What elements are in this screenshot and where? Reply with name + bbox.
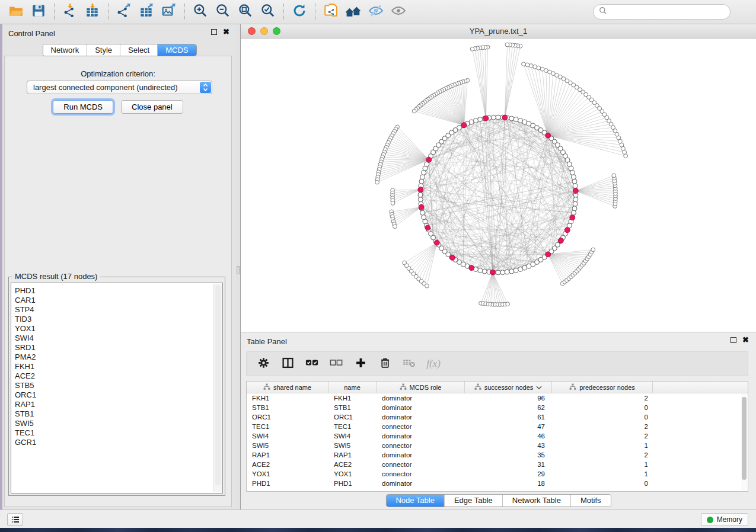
table-delete-row-button[interactable] (378, 357, 392, 371)
tab-network-table[interactable]: Network Table (503, 495, 571, 507)
tab-edge-table[interactable]: Edge Table (445, 495, 503, 507)
mcds-result-item[interactable]: PHD1 (11, 286, 222, 296)
toolbar-show-all-button[interactable] (387, 2, 410, 21)
table-settings-button[interactable] (256, 357, 270, 371)
tab-select[interactable]: Select (120, 44, 158, 56)
table-row[interactable]: YOX1YOX1connector291 (247, 469, 748, 479)
mcds-result-item[interactable]: YOX1 (11, 324, 222, 334)
mcds-result-item[interactable]: GCR1 (11, 438, 222, 447)
table-columns-button[interactable] (280, 357, 295, 371)
mcds-result-item[interactable]: SWI4 (11, 334, 222, 343)
toolbar-first-neighbors-button[interactable] (342, 2, 365, 21)
mcds-result-list: PHD1CAR1STP4TID3YOX1SWI4SRD1PMA2FKH1ACE2… (11, 283, 223, 493)
criterion-dropdown[interactable]: largest connected component (undirected) (27, 81, 212, 94)
close-table-panel-icon[interactable]: ✖ (742, 337, 749, 343)
network-window-titlebar[interactable]: YPA_prune.txt_1 (241, 24, 756, 39)
close-panel-icon[interactable]: ✖ (223, 29, 229, 35)
mcds-result-item[interactable]: TEC1 (11, 428, 222, 438)
column-header-shared-name[interactable]: shared name (247, 382, 328, 393)
splitter-handle-icon[interactable] (237, 266, 240, 274)
mcds-result-item[interactable]: STB1 (11, 409, 222, 419)
table-row[interactable]: PHD1PHD1dominator180 (247, 479, 748, 488)
cell-successor-nodes: 46 (465, 432, 552, 440)
mcds-result-item[interactable]: SWI5 (11, 419, 222, 428)
tab-network[interactable]: Network (43, 44, 87, 56)
cell-MCDS-role: dominator (377, 395, 465, 402)
toolbar-export-image-button[interactable] (158, 2, 180, 21)
table-row[interactable]: ACE2ACE2connector311 (247, 460, 748, 469)
refresh-icon (292, 3, 307, 21)
toolbar-import-table-button[interactable] (81, 2, 104, 21)
mcds-result-item[interactable]: ORC1 (11, 390, 222, 400)
toolbar-export-table-button[interactable] (135, 2, 158, 21)
toolbar-import-network-button[interactable] (59, 2, 81, 21)
toolbar-open-file-button[interactable] (5, 2, 27, 21)
cell-MCDS-role: connector (377, 470, 465, 477)
tab-mcds[interactable]: MCDS (158, 44, 196, 56)
close-panel-button[interactable]: Close panel (121, 100, 183, 114)
tab-motifs[interactable]: Motifs (571, 495, 611, 507)
table-scrollbar[interactable] (741, 394, 747, 491)
run-mcds-button[interactable]: Run MCDS (53, 100, 113, 114)
table-row[interactable]: TEC1TEC1connector472 (247, 422, 748, 431)
table-row[interactable]: SWI4SWI4dominator462 (247, 431, 748, 441)
table-scrollbar-thumb[interactable] (742, 397, 747, 480)
toolbar-clone-network-button[interactable] (320, 2, 342, 21)
mcds-result-item[interactable]: STP4 (11, 305, 222, 315)
mcds-result-group: MCDS result (17 nodes) PHD1CAR1STP4TID3Y… (8, 277, 225, 496)
toolbar-export-network-button[interactable] (113, 2, 135, 21)
task-history-button[interactable] (7, 513, 23, 526)
cell-predecessor-nodes: 0 (552, 404, 653, 411)
mcds-result-item[interactable]: TID3 (11, 315, 222, 324)
network-view-canvas[interactable] (241, 39, 756, 332)
mcds-result-item[interactable]: STB5 (11, 381, 222, 390)
tab-style[interactable]: Style (87, 44, 120, 56)
mcds-result-item[interactable]: CAR1 (11, 296, 222, 305)
panel-splitter[interactable] (237, 24, 241, 509)
network-graph[interactable] (241, 39, 756, 332)
table-row[interactable]: SWI5SWI5connector431 (247, 441, 748, 450)
tab-node-table[interactable]: Node Table (386, 495, 445, 507)
mcds-result-item[interactable]: PMA2 (11, 352, 222, 362)
toolbar-zoom-fit-button[interactable] (234, 2, 257, 21)
mcds-result-item[interactable]: ACE2 (11, 371, 222, 381)
window-minimize-button[interactable] (260, 27, 268, 35)
toolbar-zoom-in-button[interactable] (189, 2, 212, 21)
table-deselect-all-button[interactable] (329, 357, 343, 371)
column-header-predecessor-nodes[interactable]: predecessor nodes (552, 382, 653, 393)
toolbar-zoom-out-button[interactable] (212, 2, 234, 21)
float-panel-icon[interactable] (211, 29, 217, 35)
float-table-panel-icon[interactable] (731, 337, 736, 343)
table-row[interactable]: ORC1ORC1dominator610 (247, 412, 748, 422)
cell-shared-name: SWI5 (247, 442, 328, 449)
table-add-row-button[interactable] (353, 357, 368, 371)
table-row[interactable]: RAP1RAP1dominator352 (247, 450, 748, 460)
cell-successor-nodes: 35 (465, 451, 552, 459)
result-list-scrollbar[interactable] (213, 284, 222, 492)
window-close-button[interactable] (248, 27, 256, 35)
memory-status-icon (707, 517, 713, 523)
control-panel-title: Control Panel (8, 29, 55, 38)
window-zoom-button[interactable] (273, 27, 280, 35)
memory-button[interactable]: Memory (701, 513, 748, 526)
mcds-result-item[interactable]: RAP1 (11, 400, 222, 409)
column-header-name[interactable]: name (328, 382, 377, 393)
table-row[interactable]: FKH1FKH1dominator962 (247, 393, 748, 403)
toolbar-hide-selected-button[interactable] (365, 2, 387, 21)
cell-name: YOX1 (328, 470, 377, 477)
search-input[interactable] (611, 8, 720, 17)
cell-predecessor-nodes: 1 (552, 470, 653, 477)
cell-MCDS-role: dominator (377, 451, 465, 459)
mcds-result-item[interactable]: FKH1 (11, 362, 222, 371)
toolbar-refresh-button[interactable] (288, 2, 311, 21)
mcds-result-item[interactable]: SRD1 (11, 343, 222, 352)
toolbar-zoom-selected-button[interactable] (257, 2, 279, 21)
table-row[interactable]: STB1STB1dominator620 (247, 403, 748, 412)
namespace-icon (263, 383, 270, 392)
search-box[interactable] (593, 4, 731, 20)
toolbar-save-session-button[interactable] (27, 2, 50, 21)
mcds-result-title: MCDS result (17 nodes) (12, 272, 100, 281)
table-select-all-button[interactable] (305, 357, 319, 371)
column-header-successor-nodes[interactable]: successor nodes (465, 382, 552, 393)
column-header-MCDS-role[interactable]: MCDS role (377, 382, 465, 393)
